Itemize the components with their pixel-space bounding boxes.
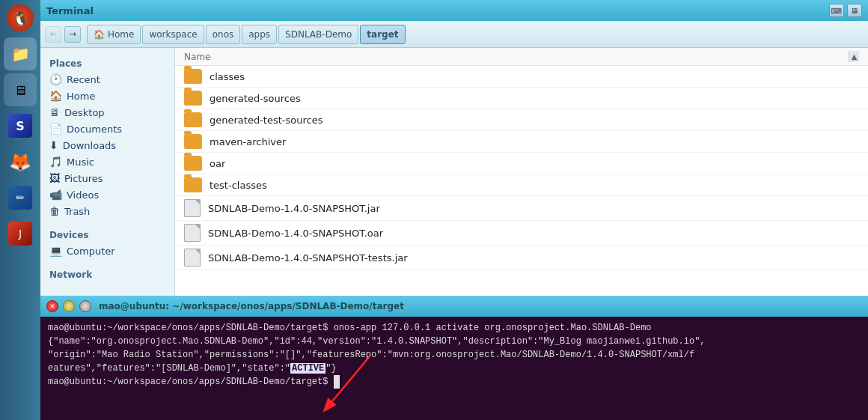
network-title: Network [40,265,174,282]
file-name: maven-archiver [210,136,286,147]
sidebar-item-videos[interactable]: 📹 Videos [40,186,174,203]
dock-terminal[interactable]: 🖥 [4,73,37,106]
home-folder-icon: 🏠 [49,90,62,102]
breadcrumb-sdnlab-demo[interactable]: SDNLAB-Demo [278,25,358,44]
sidebar-item-trash[interactable]: 🗑 Trash [40,203,174,219]
title-bar: Terminal ⌨ 🖥 [40,0,868,21]
terminal-minimize-button[interactable] [63,300,75,312]
active-status-highlight: ACTIVE [290,363,326,374]
table-row[interactable]: classes [175,66,868,88]
sidebar-item-computer[interactable]: 💻 Computer [40,243,174,259]
table-row[interactable]: maven-archiver [175,131,868,153]
table-row[interactable]: test-classes [175,174,868,196]
dock-editor[interactable]: ✏ [4,181,37,214]
scroll-up-indicator[interactable]: ▲ [849,51,859,62]
places-title: Places [40,54,174,71]
places-sidebar: Places 🕐 Recent 🏠 Home 🖥 Desktop 📄 Docum… [40,48,175,296]
terminal-titlebar: ✕ mao@ubuntu: ~/workspace/onos/apps/SDNL… [40,296,868,317]
file-name: generated-test-sources [210,115,323,126]
folder-icon [184,156,202,171]
trash-icon: 🗑 [49,205,60,217]
home-icon: 🏠 [94,29,105,40]
table-row[interactable]: SDNLAB-Demo-1.4.0-SNAPSHOT.jar [175,196,868,221]
dock-app1[interactable]: S [4,109,37,142]
ubuntu-logo[interactable]: 🐧 [7,4,34,31]
app-title: Terminal [46,5,94,16]
navigation-toolbar: ← → 🏠 Home workspace onos apps SDNLAB-De… [40,21,868,48]
back-button[interactable]: ← [45,26,61,43]
file-list-header: Name ▲ [175,48,868,66]
dock-files[interactable]: 📁 [4,37,37,70]
downloads-icon: ⬇ [49,139,58,151]
desktop-icon: 🖥 [49,106,60,118]
file-name: oar [210,158,225,169]
terminal-line-5: mao@ubuntu:~/workspace/onos/apps/SDNLAB-… [48,375,861,389]
computer-icon: 💻 [49,245,62,257]
terminal-section: ✕ mao@ubuntu: ~/workspace/onos/apps/SDNL… [40,296,868,420]
folder-icon [184,112,202,127]
file-name: test-classes [210,180,267,191]
file-name: SDNLAB-Demo-1.4.0-SNAPSHOT.oar [208,228,383,239]
breadcrumb-home[interactable]: 🏠 Home [87,25,141,44]
file-manager: ← → 🏠 Home workspace onos apps SDNLAB-De… [40,21,868,296]
file-icon [184,199,201,217]
file-name: SDNLAB-Demo-1.4.0-SNAPSHOT.jar [208,203,380,214]
dock-firefox[interactable]: 🦊 [4,145,37,178]
folder-icon [184,69,202,84]
pictures-icon: 🖼 [49,172,60,184]
dock-app2[interactable]: J [4,217,37,250]
terminal-title: mao@ubuntu: ~/workspace/onos/apps/SDNLAB… [99,301,404,311]
monitor-icon[interactable]: 🖥 [847,4,862,17]
table-row[interactable]: oar [175,153,868,174]
terminal-maximize-button[interactable] [79,300,91,312]
title-bar-buttons: ⌨ 🖥 [829,4,862,17]
file-list: Name ▲ classes generated-sources generat [175,48,868,296]
table-row[interactable]: SDNLAB-Demo-1.4.0-SNAPSHOT.oar [175,221,868,246]
table-row[interactable]: generated-sources [175,88,868,109]
application-dock: 🐧 📁 🖥 S 🦊 ✏ J [0,0,40,420]
folder-icon [184,177,202,192]
table-row[interactable]: SDNLAB-Demo-1.4.0-SNAPSHOT-tests.jar [175,246,868,270]
sidebar-item-home[interactable]: 🏠 Home [40,88,174,104]
documents-icon: 📄 [49,123,62,135]
devices-title: Devices [40,225,174,243]
name-column-header: Name [184,52,849,62]
videos-icon: 📹 [49,189,62,201]
file-name: generated-sources [210,93,301,104]
file-name: SDNLAB-Demo-1.4.0-SNAPSHOT-tests.jar [208,252,408,264]
file-icon [184,224,201,242]
terminal-line-3: "origin":"Mao Radio Station","permission… [48,348,861,362]
music-icon: 🎵 [49,156,62,168]
sidebar-item-music[interactable]: 🎵 Music [40,153,174,170]
breadcrumb-onos[interactable]: onos [206,25,241,44]
breadcrumb-workspace[interactable]: workspace [142,25,204,44]
forward-button[interactable]: → [64,26,81,43]
sidebar-item-downloads[interactable]: ⬇ Downloads [40,137,174,153]
scroll-up-arrow[interactable]: ▲ [852,52,858,61]
sidebar-item-documents[interactable]: 📄 Documents [40,121,174,137]
sidebar-item-recent[interactable]: 🕐 Recent [40,71,174,88]
file-icon [184,249,201,267]
breadcrumb: 🏠 Home workspace onos apps SDNLAB-Demo t… [87,25,406,44]
terminal-close-button[interactable]: ✕ [46,300,58,312]
table-row[interactable]: generated-test-sources [175,109,868,131]
breadcrumb-apps[interactable]: apps [242,25,277,44]
recent-icon: 🕐 [49,73,62,85]
sidebar-item-pictures[interactable]: 🖼 Pictures [40,170,174,186]
terminal-line-1: mao@ubuntu:~/workspace/onos/apps/SDNLAB-… [48,321,861,335]
file-manager-body: Places 🕐 Recent 🏠 Home 🖥 Desktop 📄 Docum… [40,48,868,296]
terminal-line-4: eatures","features":"[SDNLAB-Demo]","sta… [48,362,861,375]
breadcrumb-target[interactable]: target [360,25,405,44]
terminal-body[interactable]: mao@ubuntu:~/workspace/onos/apps/SDNLAB-… [40,317,868,420]
file-name: classes [210,71,245,82]
sidebar-item-desktop[interactable]: 🖥 Desktop [40,104,174,121]
folder-icon [184,134,202,149]
keyboard-icon[interactable]: ⌨ [829,4,844,17]
folder-icon [184,91,202,106]
terminal-line-2: {"name":"org.onosproject.Mao.SDNLAB-Demo… [48,335,861,348]
